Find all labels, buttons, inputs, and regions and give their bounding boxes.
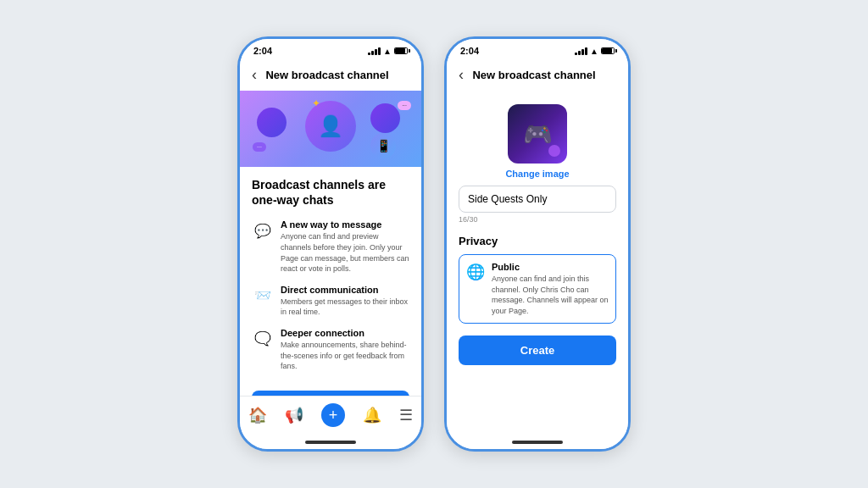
privacy-option-content: Public Anyone can find and join this cha… (492, 262, 609, 316)
time-1: 2:04 (253, 46, 272, 56)
phones-container: 2:04 ▲ ‹ New broadcast channel (237, 36, 631, 452)
bar4b (585, 47, 587, 55)
hero-circle-right (370, 103, 400, 133)
feature-text-3: Deeper connection Make announcements, sh… (281, 328, 409, 372)
nav-title-1: New broadcast channel (257, 69, 398, 81)
home-indicator-1 (240, 435, 421, 449)
status-bar-2: 2:04 ▲ (447, 39, 628, 59)
message-icon: 💬 (252, 219, 274, 241)
battery-icon-1 (394, 47, 408, 54)
bar3b (581, 49, 584, 55)
globe-icon: 🌐 (466, 263, 485, 281)
phone-icon-wrap: 📱 (370, 133, 396, 158)
privacy-section: Privacy 🌐 Public Anyone can find and joi… (447, 226, 628, 324)
change-image-link[interactable]: Change image (505, 169, 569, 179)
bar2 (371, 51, 374, 55)
feature-desc-3: Make announcements, share behind-the-sce… (281, 340, 409, 372)
phone-content-1: 👤 ✦ ··· ··· 📱 Broadcast channels are one… (240, 91, 421, 396)
channel-image-section: 🎮 Change image (447, 91, 628, 186)
phone-1: 2:04 ▲ ‹ New broadcast channel (237, 36, 424, 452)
nav-home[interactable]: 🏠 (248, 406, 267, 424)
privacy-option-title: Public (492, 262, 609, 272)
feature-title-1: A new way to message (281, 219, 409, 230)
time-2: 2:04 (460, 46, 479, 56)
person-icon: 👤 (318, 114, 343, 138)
nav-menu[interactable]: ☰ (399, 406, 413, 424)
char-count: 16/30 (447, 213, 628, 226)
nav-bar-1: ‹ New broadcast channel (240, 59, 421, 91)
connection-icon: 🗨️ (252, 328, 274, 350)
channel-name-input[interactable] (459, 186, 616, 213)
privacy-option-desc: Anyone can find and join this channel. O… (492, 274, 609, 316)
home-indicator-2 (447, 435, 628, 449)
feature-desc-1: Anyone can find and preview channels bef… (281, 231, 409, 274)
sparkle-icon: ✦ (312, 97, 320, 109)
main-heading: Broadcast channels are one-way chats (252, 177, 409, 208)
signal-bars-1 (368, 47, 381, 55)
gamer-silhouette-icon: 🎮 (523, 120, 553, 148)
home-bar-2 (512, 441, 563, 444)
bubble-1: ··· (253, 142, 266, 152)
bar4 (378, 47, 381, 55)
wifi-icon-2: ▲ (590, 47, 598, 56)
nav-broadcast[interactable]: 📢 (285, 406, 303, 424)
nav-title-2: New broadcast channel (464, 69, 604, 81)
bar2b (578, 51, 581, 55)
status-bar-1: 2:04 ▲ (240, 39, 421, 59)
battery-icon-2 (601, 47, 615, 54)
status-icons-2: ▲ (575, 47, 615, 56)
glow-dot (548, 145, 560, 157)
hero-image: 👤 ✦ ··· ··· 📱 (240, 91, 421, 167)
home-bar-1 (305, 441, 356, 444)
hero-circle-left (257, 108, 287, 137)
status-icons-1: ▲ (368, 47, 408, 56)
nav-bell[interactable]: 🔔 (363, 406, 381, 424)
create-button[interactable]: Create (459, 336, 616, 365)
feature-title-3: Deeper connection (281, 328, 409, 338)
content-section-1: Broadcast channels are one-way chats 💬 A… (240, 167, 421, 396)
bar1b (575, 53, 577, 55)
bottom-nav-1: 🏠 📢 + 🔔 ☰ (240, 396, 421, 435)
feature-item-1: 💬 A new way to message Anyone can find a… (252, 219, 409, 274)
feature-desc-2: Members get messages to their inbox in r… (281, 297, 409, 318)
bar1 (368, 53, 370, 55)
nav-add-button[interactable]: + (321, 403, 345, 427)
bar3 (375, 49, 377, 55)
signal-bars-2 (575, 47, 587, 55)
channel-thumbnail: 🎮 (508, 104, 567, 164)
feature-title-2: Direct communication (281, 285, 409, 295)
phone-2: 2:04 ▲ ‹ New broadcast channel (444, 36, 631, 452)
nav-bar-2: ‹ New broadcast channel (447, 59, 628, 91)
phone-content-2: 🎮 Change image 16/30 Privacy 🌐 Public An… (447, 91, 628, 435)
bubble-2: ··· (398, 101, 411, 110)
privacy-option-public[interactable]: 🌐 Public Anyone can find and join this c… (459, 254, 616, 324)
feature-text-2: Direct communication Members get message… (281, 285, 409, 318)
wifi-icon-1: ▲ (383, 47, 392, 56)
feature-text-1: A new way to message Anyone can find and… (281, 219, 409, 274)
inbox-icon: 📨 (252, 285, 274, 307)
feature-item-3: 🗨️ Deeper connection Make announcements,… (252, 328, 409, 372)
privacy-title: Privacy (459, 235, 616, 247)
feature-item-2: 📨 Direct communication Members get messa… (252, 285, 409, 318)
hero-circles: 👤 ✦ ··· ··· 📱 (240, 91, 421, 167)
